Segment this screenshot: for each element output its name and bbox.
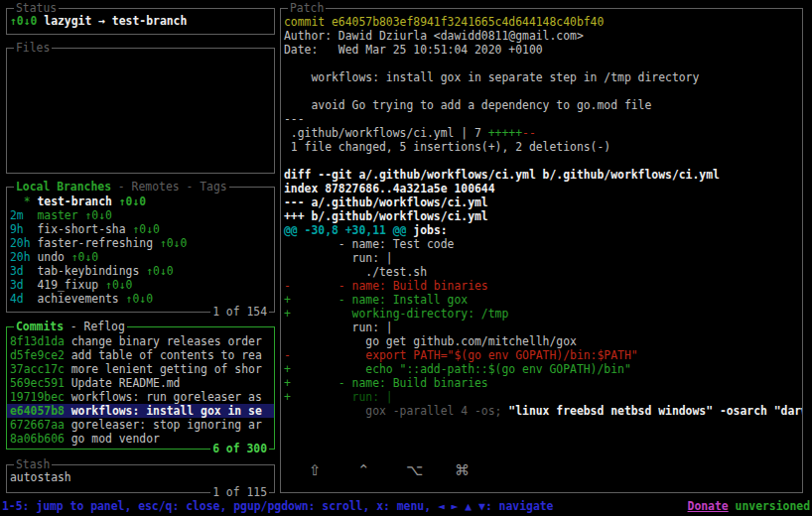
text-segment: undo	[37, 250, 64, 264]
stash-row[interactable]: autostash	[7, 470, 274, 484]
command-icon: ⌘	[455, 463, 503, 477]
status-line: ↑0↓0 lazygit → test-branch	[7, 14, 274, 28]
text-segment: 8f13d1da	[10, 334, 65, 348]
text-segment: more lenient getting of shor	[65, 362, 262, 376]
patch-line[interactable]: ./test.sh	[281, 265, 802, 279]
text-segment: go mod vendor	[65, 432, 160, 446]
commit-row[interactable]: 8f13d1da change binary releases order	[7, 334, 274, 348]
text-segment: 2m	[10, 208, 37, 222]
text-segment: jobs:	[406, 223, 447, 237]
patch-line[interactable]: + - name: Build binaries	[281, 376, 802, 390]
patch-line[interactable]: Author: Dawid Dziurla <dawidd0811@gmail.…	[281, 29, 802, 43]
text-segment: test-branch	[37, 194, 111, 208]
patch-line[interactable]: ---	[281, 112, 802, 126]
status-panel[interactable]: Status ↑0↓0 lazygit → test-branch	[6, 8, 275, 35]
stash-panel[interactable]: Stash autostash 1 of 115	[6, 464, 275, 493]
patch-line[interactable]: run: |	[281, 251, 802, 265]
branch-row[interactable]: 2m master ↑0↓0	[7, 208, 274, 222]
text-segment: + working-directory: /tmp	[284, 307, 508, 321]
branch-row[interactable]: * test-branch ↑0↓0	[7, 194, 274, 208]
text-segment: 3d	[10, 278, 37, 292]
patch-line[interactable]: diff --git a/.github/workflows/ci.yml b/…	[281, 168, 802, 182]
text-segment: ↑0↓0	[146, 264, 173, 278]
text-segment: workflows: install gox in separate step …	[284, 70, 699, 84]
patch-line[interactable]: avoid Go trying to add a dependency to g…	[281, 98, 802, 112]
commit-row[interactable]: 37acc17c more lenient getting of shor	[7, 362, 274, 376]
text-segment: --	[522, 126, 536, 140]
text-segment: diff --git a/.github/workflows/ci.yml b/…	[284, 168, 720, 182]
text-segment: + - name: Build binaries	[284, 376, 488, 390]
patch-line[interactable]: +++ b/.github/workflows/ci.yml	[281, 209, 802, 223]
branch-row[interactable]: 3d 419_fixup ↑0↓0	[7, 278, 274, 292]
text-segment: Update README.md	[65, 376, 181, 390]
text-segment	[65, 250, 71, 264]
text-segment: 37acc17c	[10, 362, 65, 376]
donate-link[interactable]: Donate	[688, 499, 729, 513]
patch-panel[interactable]: Patch commit e64057b803ef8941f3241665c4d…	[280, 8, 803, 493]
patch-line[interactable]	[281, 154, 802, 168]
text-segment: workflows: run goreleaser as	[65, 390, 262, 404]
text-segment: - export PATH="$(go env GOPATH)/bin:$PAT…	[284, 348, 638, 362]
patch-line[interactable]: gox -parallel 4 -os; "linux freebsd netb…	[281, 404, 802, 418]
branches-panel[interactable]: Local Branches - Remotes - Tags * test-b…	[6, 187, 275, 313]
patch-line[interactable]: + echo "::add-path::$(go env GOPATH)/bin…	[281, 362, 802, 376]
patch-line[interactable]: 1 file changed, 5 insertions(+), 2 delet…	[281, 140, 802, 154]
commits-panel[interactable]: Commits - Reflog 8f13d1da change binary …	[6, 326, 275, 450]
patch-line[interactable]	[281, 84, 802, 98]
text-segment: 3d	[10, 264, 37, 278]
text-segment	[153, 236, 160, 250]
text-segment: ↑0↓0	[132, 222, 159, 236]
patch-line[interactable]	[281, 57, 802, 70]
commit-row[interactable]: 19719bec workflows: run goreleaser as	[7, 390, 274, 404]
text-segment: 20h	[10, 236, 37, 250]
text-segment: 19719bec	[10, 390, 65, 404]
patch-line[interactable]: - export PATH="$(go env GOPATH)/bin:$PAT…	[281, 348, 802, 362]
branch-row[interactable]: 20h undo ↑0↓0	[7, 250, 274, 264]
files-panel[interactable]: Files	[6, 48, 275, 174]
text-segment: - - name: Build binaries	[284, 279, 488, 293]
branch-row[interactable]: 20h faster-refreshing ↑0↓0	[7, 236, 274, 250]
patch-line[interactable]: + working-directory: /tmp	[281, 307, 802, 321]
patch-line[interactable]: --- a/.github/workflows/ci.yml	[281, 195, 802, 209]
text-segment: achievements	[37, 292, 118, 306]
statusbar-right: Donate unversioned	[688, 499, 810, 513]
patch-line[interactable]: - - name: Build binaries	[281, 279, 802, 293]
text-segment: ---	[284, 112, 305, 126]
patch-line[interactable]: go get github.com/mitchellh/gox	[281, 334, 802, 348]
patch-line[interactable]: .github/workflows/ci.yml | 7 +++++--	[281, 126, 802, 140]
text-segment: "linux freebsd netbsd windows" -osarch "…	[501, 404, 802, 418]
text-segment	[112, 194, 119, 208]
text-segment: change binary releases order	[65, 334, 262, 348]
commit-row[interactable]: 672667aa goreleaser: stop ignoring ar	[7, 418, 274, 432]
branch-row[interactable]: 3d tab-keybindings ↑0↓0	[7, 264, 274, 278]
modifier-keys: ⇧⌃⌥⌘	[309, 463, 527, 477]
branch-row[interactable]: 9h fix-short-sha ↑0↓0	[7, 222, 274, 236]
text-segment: ↑0↓0	[105, 278, 132, 292]
patch-line[interactable]: index 87827686..4a321a5e 100644	[281, 182, 802, 195]
patch-line[interactable]: commit e64057b803ef8941f3241665c4d644148…	[281, 15, 802, 29]
text-segment: faster-refreshing	[37, 236, 153, 250]
text-segment	[98, 278, 105, 292]
lazygit-terminal: Status ↑0↓0 lazygit → test-branch Files …	[0, 0, 812, 516]
text-segment: tab-keybindings	[37, 264, 139, 278]
patch-line[interactable]: run: |	[281, 321, 802, 334]
text-segment: ↑0↓0	[160, 236, 187, 250]
text-segment: ↑0↓0	[84, 208, 111, 222]
patch-line[interactable]: + - name: Install gox	[281, 293, 802, 307]
commit-row[interactable]: e64057b8 workflows: install gox in se	[7, 404, 274, 418]
option-icon: ⌥	[406, 463, 455, 477]
branch-row[interactable]: 4d achievements ↑0↓0	[7, 292, 274, 306]
branches-position-indicator: 1 of 154	[210, 305, 269, 319]
text-segment: 569ec591	[10, 376, 65, 390]
text-segment: go get github.com/mitchellh/gox	[284, 334, 577, 348]
patch-line[interactable]: - name: Test code	[281, 237, 802, 251]
patch-line[interactable]: Date: Wed Mar 25 10:51:04 2020 +0100	[281, 43, 802, 57]
text-segment: 1 file changed, 5 insertions(+), 2 delet…	[284, 140, 610, 154]
text-segment: ↑0↓0	[71, 250, 98, 264]
text-segment: add table of contents to rea	[65, 348, 262, 362]
commit-row[interactable]: 569ec591 Update README.md	[7, 376, 274, 390]
patch-line[interactable]: + run: |	[281, 390, 802, 404]
patch-line[interactable]: workflows: install gox in separate step …	[281, 70, 802, 84]
commit-row[interactable]: d5fe9ce2 add table of contents to rea	[7, 348, 274, 362]
patch-line[interactable]: @@ -30,8 +30,11 @@ jobs:	[281, 223, 802, 237]
